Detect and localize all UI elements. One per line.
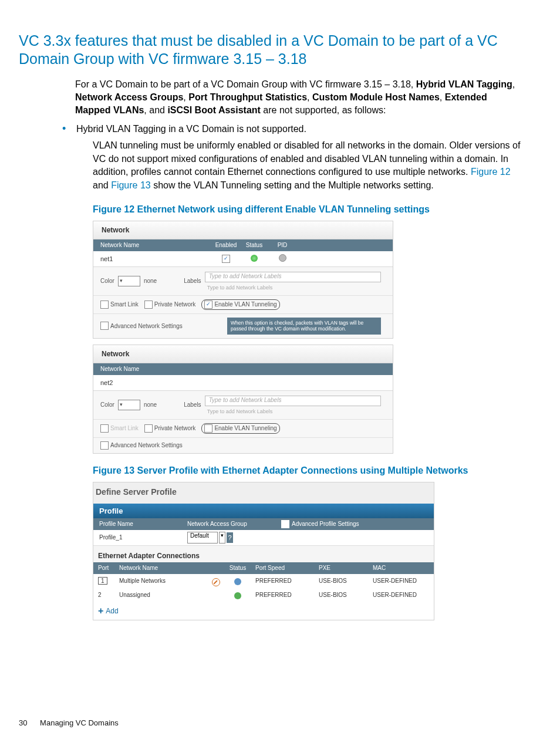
intro-bold-port-stats: Port Throughput Statistics — [188, 92, 307, 102]
network-name-value: Multiple Networks — [119, 578, 166, 584]
profile-header: Profile — [93, 504, 434, 518]
port-value: 2 — [93, 592, 114, 598]
color-none: none — [144, 401, 157, 408]
labels-input[interactable]: Type to add Network Labels — [205, 396, 381, 406]
col-network-name: Network Name — [93, 242, 212, 248]
pxe-value: USE-BIOS — [314, 592, 368, 598]
col-port: Port — [93, 565, 114, 571]
vlan-tunneling-checkbox[interactable]: ✓ — [204, 301, 212, 309]
intro-bold-hybrid-vlan: Hybrid VLAN Tagging — [416, 79, 512, 89]
labels-guide: Type to add Network Labels — [205, 285, 381, 291]
vlan-tunneling-tooltip: When this option is checked, packets wit… — [227, 318, 381, 335]
intro-bold-iscsi: iSCSI Boot Assistant — [167, 105, 261, 115]
vlan-tunneling-label: Enable VLAN Tunneling — [214, 425, 276, 431]
color-select[interactable]: ▾ — [118, 400, 140, 410]
col-pxe: PXE — [314, 565, 368, 571]
smartlink-checkbox[interactable] — [100, 424, 109, 433]
vlan-tunneling-checkbox[interactable] — [204, 424, 212, 433]
network-panel-net1: Network Network Name Enabled Status PID … — [93, 221, 393, 339]
private-label: Private Network — [154, 301, 196, 308]
col-status: Status — [240, 242, 268, 248]
bullet-text: Hybrid VLAN Tagging in a VC Domain is no… — [76, 124, 306, 134]
eac-title: Ethernet Adapter Connections — [93, 546, 434, 562]
checkbox-row: Smart Link Private Network ✓ Enable VLAN… — [93, 295, 393, 313]
color-label: Color — [100, 401, 114, 408]
intro-sep1: , — [512, 79, 515, 89]
network-header-row: Network Name Enabled Status PID — [93, 239, 393, 251]
col-status: Status — [220, 565, 251, 571]
private-label: Private Network — [154, 425, 196, 431]
enabled-checkbox[interactable]: ✓ — [222, 255, 230, 263]
network-panel-net2: Network Network Name net2 Color ▾ none L… — [93, 345, 393, 454]
footer-section-title: Managing VC Domains — [40, 718, 119, 727]
pxe-value: USE-BIOS — [314, 578, 368, 584]
intro-suffix: are not supported, as follows: — [261, 105, 386, 115]
labels-label: Labels — [184, 278, 201, 284]
col-profile-name: Profile Name — [93, 521, 187, 527]
adv-profile-checkbox[interactable] — [281, 520, 289, 528]
adv-row: Advanced Network Settings When this opti… — [93, 313, 393, 338]
section-heading: VC 3.3x features that must be disabled i… — [19, 32, 522, 69]
network-value-row: net2 — [93, 375, 393, 391]
figure-13-caption: Figure 13 Server Profile with Ethernet A… — [93, 465, 522, 476]
link-figure-13[interactable]: Figure 13 — [111, 180, 151, 190]
adv-row: Advanced Network Settings — [93, 437, 393, 453]
ban-icon — [212, 578, 220, 586]
nag-dropdown-icon[interactable]: ▾ — [219, 532, 225, 544]
figure-13: Define Server Profile Profile Profile Na… — [93, 482, 434, 620]
smartlink-label: Smart Link — [110, 425, 139, 431]
bullet-sub-paragraph: VLAN tunneling must be uniformly enabled… — [93, 139, 522, 193]
mac-value: USER-DEFINED — [368, 592, 431, 598]
network-name-value: Unassigned — [114, 592, 220, 598]
adv-settings-label: Advanced Network Settings — [110, 323, 183, 329]
network-value-row: net1 ✓ — [93, 251, 393, 267]
intro-paragraph: For a VC Domain to be part of a VC Domai… — [75, 78, 522, 117]
private-checkbox[interactable] — [144, 424, 153, 433]
col-network-access-group: Network Access Group — [187, 521, 275, 527]
plus-icon: + — [98, 606, 103, 616]
private-checkbox[interactable] — [144, 301, 153, 309]
intro-bold-hostnames: Custom Module Host Names — [312, 92, 440, 102]
col-mac: MAC — [368, 565, 431, 571]
add-label: Add — [106, 607, 118, 615]
intro-bold-nag: Network Access Groups — [75, 92, 183, 102]
port-speed-value: PREFERRED — [251, 578, 314, 584]
profile-name-value: Profile_1 — [93, 534, 187, 541]
adv-settings-checkbox[interactable] — [100, 441, 109, 450]
define-server-profile-title: Define Server Profile — [93, 482, 434, 504]
eac-row: 1 Multiple Networks PREFERRED USE-BIOS U… — [93, 574, 434, 588]
color-labels-row: Color ▾ none Labels Type to add Network … — [93, 267, 393, 295]
nag-select[interactable]: Default — [187, 532, 218, 544]
checkbox-row: Smart Link Private Network Enable VLAN T… — [93, 419, 393, 437]
figure-12: Network Network Name Enabled Status PID … — [93, 221, 394, 454]
eac-header-row: Port Network Name Status Port Speed PXE … — [93, 562, 434, 574]
color-none: none — [144, 278, 157, 284]
link-figure-12[interactable]: Figure 12 — [471, 167, 511, 177]
adv-settings-checkbox[interactable] — [100, 322, 109, 330]
sub-text-b: and — [93, 180, 111, 190]
color-select[interactable]: ▾ — [118, 276, 140, 286]
col-network-name: Network Name — [93, 366, 212, 372]
labels-label: Labels — [184, 401, 201, 408]
labels-input[interactable]: Type to add Network Labels — [205, 272, 381, 282]
sub-text-c: show the VLAN Tunneling setting and the … — [151, 180, 434, 190]
smartlink-checkbox[interactable] — [100, 301, 109, 309]
network-name-value: net1 — [93, 255, 212, 262]
smartlink-label: Smart Link — [110, 301, 139, 308]
vlan-tunneling-label: Enable VLAN Tunneling — [214, 301, 276, 308]
eac-row: 2 Unassigned PREFERRED USE-BIOS USER-DEF… — [93, 588, 434, 602]
intro-prefix: For a VC Domain to be part of a VC Domai… — [75, 79, 416, 89]
color-labels-row: Color ▾ none Labels Type to add Network … — [93, 391, 393, 419]
mac-value: USER-DEFINED — [368, 578, 431, 584]
labels-guide: Type to add Network Labels — [205, 409, 381, 414]
intro-sep2: , — [183, 92, 188, 102]
add-button[interactable]: + Add — [93, 602, 434, 620]
profile-subheader: Profile Name Network Access Group Advanc… — [93, 518, 434, 530]
profile-value-row: Profile_1 Default ▾ ? — [93, 530, 434, 546]
status-info-icon — [234, 578, 241, 585]
adv-settings-label: Advanced Network Settings — [110, 442, 183, 448]
col-port-speed: Port Speed — [251, 565, 314, 571]
port-speed-value: PREFERRED — [251, 592, 314, 598]
nag-help-icon[interactable]: ? — [227, 532, 233, 543]
page-footer: 30 Managing VC Domains — [19, 718, 119, 727]
